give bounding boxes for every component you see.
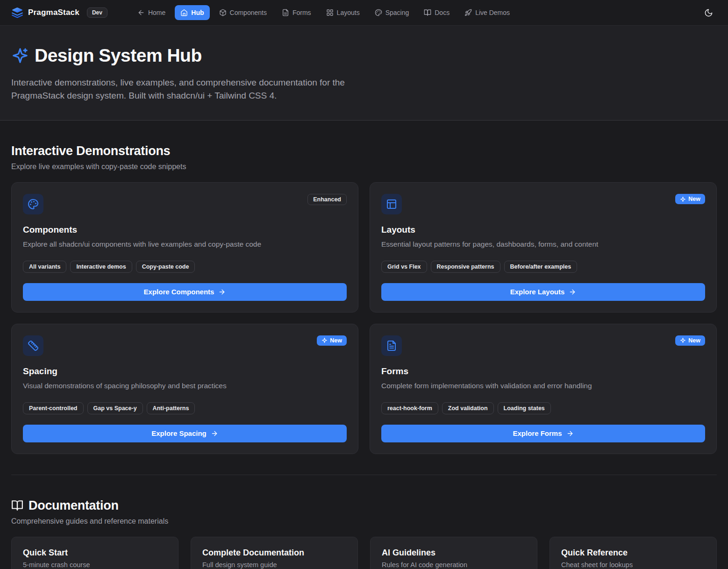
demos-section-head: Interactive Demonstrations Explore live … <box>11 144 717 171</box>
card-title: Components <box>23 225 347 235</box>
nav-item-hub[interactable]: Hub <box>175 5 209 20</box>
tag: Loading states <box>498 402 551 414</box>
doc-card-complete-documentation[interactable]: Complete Documentation Full design syste… <box>191 537 358 569</box>
nav-item-spacing[interactable]: Spacing <box>369 5 415 20</box>
theme-toggle-button[interactable] <box>700 5 717 21</box>
tag: Responsive patterns <box>431 261 500 273</box>
layout-grid-icon <box>326 9 334 16</box>
docs-subheading: Comprehensive guides and reference mater… <box>11 517 717 526</box>
sparkles-icon <box>321 337 328 343</box>
status-badge: Enhanced <box>307 194 347 205</box>
tag: Gap vs Space-y <box>87 402 143 414</box>
explore-spacing-button[interactable]: Explore Spacing <box>23 425 347 442</box>
badge-label: New <box>330 337 342 344</box>
arrow-right-icon <box>566 430 574 437</box>
doc-card-ai-guidelines[interactable]: AI Guidelines Rules for AI code generati… <box>370 537 537 569</box>
page-subtitle: Interactive demonstrations, live example… <box>11 76 361 102</box>
doc-card-quick-start[interactable]: Quick Start 5-minute crash course <box>11 537 178 569</box>
section-divider <box>11 475 717 475</box>
nav-item-docs[interactable]: Docs <box>418 5 455 20</box>
button-label: Explore Forms <box>513 429 562 437</box>
doc-card-quick-reference[interactable]: Quick Reference Cheat sheet for lookups <box>550 537 717 569</box>
sparkles-icon <box>680 337 686 343</box>
tag: Anti-patterns <box>147 402 195 414</box>
ruler-icon <box>23 335 43 356</box>
new-badge: New <box>317 335 347 346</box>
sparkles-icon <box>680 196 686 202</box>
demos-subheading: Explore live examples with copy-paste co… <box>11 163 717 171</box>
button-label: Explore Components <box>144 288 214 296</box>
badge-label: New <box>688 196 700 202</box>
button-label: Explore Spacing <box>151 429 207 437</box>
panels-top-left-icon <box>381 194 402 214</box>
top-navbar: PragmaStack Dev Home Hub Components Fo <box>0 0 728 26</box>
button-label: Explore Layouts <box>510 288 565 296</box>
badge-label: New <box>688 337 700 344</box>
nav-item-label: Components <box>230 9 267 16</box>
nav-item-label: Home <box>148 9 165 16</box>
file-text-icon <box>282 9 289 16</box>
book-open-icon <box>424 9 431 16</box>
doc-card-description: 5-minute crash course <box>23 561 167 569</box>
card-title: Forms <box>381 366 705 377</box>
nav-item-label: Spacing <box>385 9 409 16</box>
layers-logo-icon <box>11 7 23 19</box>
nav-item-label: Layouts <box>337 9 360 16</box>
house-icon <box>180 9 188 16</box>
main-content: Interactive Demonstrations Explore live … <box>0 144 728 569</box>
doc-card-grid: Quick Start 5-minute crash course Comple… <box>11 537 717 569</box>
doc-card-title: AI Guidelines <box>382 548 526 558</box>
doc-card-description: Cheat sheet for lookups <box>561 561 705 569</box>
demo-card-grid: Enhanced Components Explore all shadcn/u… <box>11 182 717 454</box>
explore-components-button[interactable]: Explore Components <box>23 283 347 301</box>
tag: Parent-controlled <box>23 402 84 414</box>
rocket-icon <box>464 9 472 16</box>
moon-icon <box>704 8 713 17</box>
tag: Before/after examples <box>504 261 578 273</box>
nav-item-label: Hub <box>191 9 204 16</box>
demo-card-spacing: New Spacing Visual demonstrations of spa… <box>11 324 358 454</box>
nav-item-layouts[interactable]: Layouts <box>321 5 365 20</box>
explore-layouts-button[interactable]: Explore Layouts <box>381 283 705 301</box>
brand[interactable]: PragmaStack Dev <box>11 7 107 19</box>
page-title: Design System Hub <box>35 45 202 66</box>
card-description: Essential layout patterns for pages, das… <box>381 239 705 249</box>
new-badge: New <box>675 335 705 346</box>
doc-card-description: Rules for AI code generation <box>382 561 526 569</box>
nav-item-label: Docs <box>435 9 450 16</box>
package-icon <box>219 9 227 16</box>
dev-badge: Dev <box>87 7 107 18</box>
nav-item-components[interactable]: Components <box>214 5 272 20</box>
doc-card-title: Quick Start <box>23 548 167 558</box>
card-title: Spacing <box>23 366 347 377</box>
card-title: Layouts <box>381 225 705 235</box>
demos-heading: Interactive Demonstrations <box>11 144 717 158</box>
docs-section-head: Documentation Comprehensive guides and r… <box>11 498 717 526</box>
demo-card-forms: New Forms Complete form implementations … <box>370 324 717 454</box>
explore-forms-button[interactable]: Explore Forms <box>381 425 705 442</box>
tag-row: Parent-controlled Gap vs Space-y Anti-pa… <box>23 402 347 414</box>
file-text-icon <box>381 335 402 356</box>
arrow-right-icon <box>569 288 576 296</box>
tag-row: All variants Interactive demos Copy-past… <box>23 261 347 273</box>
sparkles-icon <box>11 47 29 64</box>
book-open-icon <box>11 499 23 512</box>
nav-item-forms[interactable]: Forms <box>276 5 317 20</box>
nav-item-home[interactable]: Home <box>132 5 171 20</box>
docs-heading: Documentation <box>29 498 119 513</box>
card-description: Complete form implementations with valid… <box>381 381 705 391</box>
tag: All variants <box>23 261 66 273</box>
tag: Grid vs Flex <box>381 261 427 273</box>
nav-item-label: Live Demos <box>475 9 510 16</box>
card-description: Visual demonstrations of spacing philoso… <box>23 381 347 391</box>
tag: Zod validation <box>442 402 494 414</box>
nav-links: Home Hub Components Forms Layouts <box>132 5 515 20</box>
nav-item-live-demos[interactable]: Live Demos <box>459 5 515 20</box>
doc-card-description: Full design system guide <box>202 561 346 569</box>
palette-icon <box>375 9 382 16</box>
tag: Interactive demos <box>70 261 132 273</box>
demo-card-components: Enhanced Components Explore all shadcn/u… <box>11 182 358 313</box>
palette-icon <box>23 194 43 214</box>
tag: Copy-paste code <box>136 261 195 273</box>
brand-name: PragmaStack <box>28 8 79 17</box>
